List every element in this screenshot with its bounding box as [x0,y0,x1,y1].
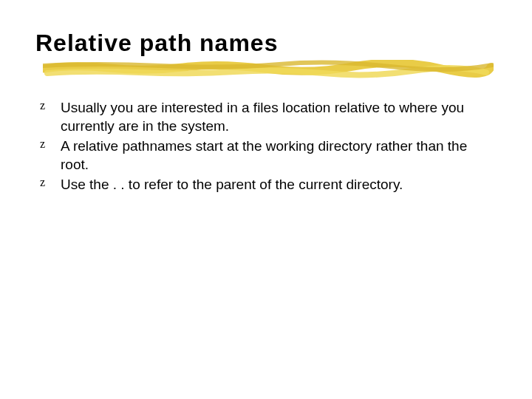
bullet-marker-icon: z [40,138,45,150]
bullet-list: z Usually you are interested in a files … [35,98,497,194]
list-item: z Use the . . to refer to the parent of … [40,175,497,194]
bullet-marker-icon: z [40,177,45,188]
slide-title: Relative path names [35,30,497,57]
list-item: z A relative pathnames start at the work… [40,137,497,174]
slide: Relative path names z Usually you are in… [0,0,532,399]
bullet-text: A relative pathnames start at the workin… [61,138,467,172]
brush-stroke-icon [43,60,494,79]
list-item: z Usually you are interested in a files … [40,98,497,135]
title-underline [43,60,494,79]
bullet-text: Use the . . to refer to the parent of th… [61,177,403,192]
bullet-text: Usually you are interested in a files lo… [61,100,464,134]
bullet-marker-icon: z [40,100,45,112]
